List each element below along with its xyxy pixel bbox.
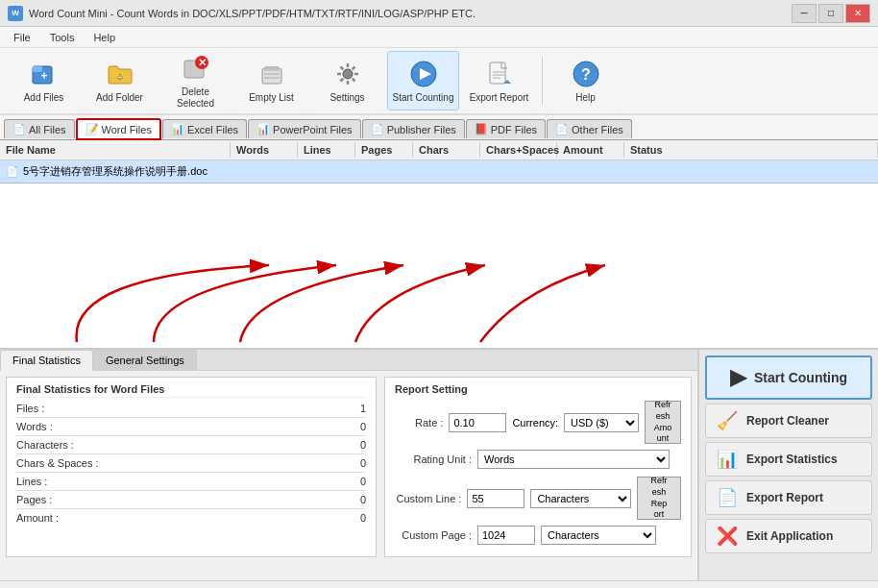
stat-label-lines: Lines : bbox=[16, 476, 51, 487]
col-header-charspaces: Chars+Spaces bbox=[480, 142, 557, 158]
custom-line-unit-select[interactable]: Characters Words bbox=[530, 489, 631, 508]
custom-page-input[interactable] bbox=[477, 526, 535, 545]
currency-label: Currency: bbox=[512, 417, 558, 429]
tab-word-files[interactable]: 📝 Word Files bbox=[76, 118, 161, 140]
start-counting-toolbar-icon bbox=[408, 59, 439, 89]
exit-application-label: Exit Application bbox=[746, 529, 833, 543]
menubar: File Tools Help bbox=[0, 27, 878, 48]
start-counting-icon: ▶ bbox=[730, 365, 746, 390]
minimize-button[interactable]: ─ bbox=[792, 4, 817, 23]
start-counting-toolbar-label: Start Counting bbox=[393, 92, 454, 104]
add-files-button[interactable]: + Add Files bbox=[8, 51, 80, 110]
rating-unit-select[interactable]: Words Characters Lines Pages bbox=[477, 450, 670, 469]
report-settings-box: Report Setting Rate : Currency: USD ($) … bbox=[384, 377, 692, 557]
other-files-icon: 📄 bbox=[555, 123, 569, 135]
stat-separator-2 bbox=[16, 435, 366, 436]
add-folder-button[interactable]: + Add Folder bbox=[84, 51, 156, 110]
powerpoint-files-icon: 📊 bbox=[256, 123, 270, 135]
titlebar: W Word Count Mini - Count Words in DOC/X… bbox=[0, 0, 878, 27]
col-header-filename: File Name bbox=[0, 142, 231, 158]
stat-separator-5 bbox=[16, 490, 366, 491]
cell-filename: 📄5号字进销存管理系统操作说明手册.doc bbox=[0, 162, 231, 181]
tab-other-files[interactable]: 📄 Other Files bbox=[547, 119, 632, 138]
close-button[interactable]: ✕ bbox=[845, 4, 870, 23]
table-row[interactable]: 📄5号字进销存管理系统操作说明手册.doc bbox=[0, 160, 878, 184]
col-header-status: Status bbox=[624, 142, 878, 158]
tab-excel-files[interactable]: 📊 Excel Files bbox=[162, 119, 247, 138]
tab-final-statistics[interactable]: Final Statistics bbox=[0, 350, 93, 371]
cell-amount bbox=[557, 170, 624, 174]
statusbar: Idle! bbox=[0, 580, 878, 588]
report-row-custom-page: Custom Page : Characters Words bbox=[395, 526, 681, 545]
delete-selected-button[interactable]: ✕ Delete Selected bbox=[159, 51, 232, 110]
stat-separator bbox=[16, 417, 366, 418]
tab-publisher-files[interactable]: 📄 Publisher Files bbox=[362, 119, 465, 138]
col-header-amount: Amount bbox=[557, 142, 624, 158]
exit-application-button[interactable]: ❌ Exit Application bbox=[705, 519, 872, 553]
stat-row-amount: Amount : 0 bbox=[16, 511, 366, 525]
export-report-icon: 📄 bbox=[716, 487, 739, 508]
add-folder-icon: + bbox=[105, 59, 135, 89]
start-counting-button[interactable]: ▶ Start Counting bbox=[705, 355, 872, 400]
cell-chars bbox=[413, 170, 480, 174]
stat-value-chars-spaces: 0 bbox=[360, 457, 366, 469]
empty-list-label: Empty List bbox=[249, 92, 294, 104]
stat-row-files: Files : 1 bbox=[16, 402, 366, 415]
report-row-custom-line: Custom Line : Characters Words RefreshRe… bbox=[395, 477, 681, 520]
empty-list-icon bbox=[256, 59, 287, 89]
empty-list-button[interactable]: Empty List bbox=[235, 51, 307, 110]
custom-line-input[interactable] bbox=[467, 489, 524, 508]
stat-label-characters: Characters : bbox=[16, 439, 78, 451]
help-label: Help bbox=[575, 92, 596, 104]
export-report-toolbar-button[interactable]: Export Report bbox=[463, 51, 535, 110]
rate-input[interactable] bbox=[449, 413, 506, 432]
report-cleaner-button[interactable]: 🧹 Report Cleaner bbox=[705, 404, 872, 438]
export-report-button[interactable]: 📄 Export Report bbox=[705, 480, 872, 515]
word-files-icon: 📝 bbox=[85, 123, 99, 135]
report-custom-line-label: Custom Line : bbox=[395, 493, 461, 504]
tab-powerpoint-files[interactable]: 📊 PowerPoint Files bbox=[248, 119, 361, 138]
main-content: File Name Words Lines Pages Chars Chars+… bbox=[0, 140, 878, 350]
svg-text:?: ? bbox=[581, 66, 591, 83]
tab-general-settings[interactable]: General Settings bbox=[93, 350, 197, 371]
exit-application-icon: ❌ bbox=[716, 526, 739, 547]
stat-label-files: Files : bbox=[16, 403, 48, 414]
currency-select[interactable]: USD ($) EUR (€) GBP (£) bbox=[564, 413, 639, 432]
export-report-toolbar-label: Export Report bbox=[470, 92, 529, 104]
svg-line-13 bbox=[340, 66, 343, 69]
tab-other-files-label: Other Files bbox=[572, 124, 623, 135]
file-list-area: File Name Words Lines Pages Chars Chars+… bbox=[0, 140, 878, 348]
menu-file[interactable]: File bbox=[6, 30, 38, 45]
menu-tools[interactable]: Tools bbox=[42, 30, 83, 45]
stat-label-chars-spaces: Chars & Spaces : bbox=[16, 457, 103, 469]
svg-point-8 bbox=[343, 69, 353, 79]
stat-row-pages: Pages : 0 bbox=[16, 493, 366, 506]
report-rating-unit-label: Rating Unit : bbox=[395, 453, 472, 465]
tab-excel-files-label: Excel Files bbox=[187, 124, 238, 135]
stat-row-chars-spaces: Chars & Spaces : 0 bbox=[16, 456, 366, 470]
export-report-label: Export Report bbox=[746, 491, 823, 504]
refresh-report-button[interactable]: RefreshReport bbox=[637, 477, 681, 520]
tab-pdf-files[interactable]: 📕 PDF Files bbox=[466, 119, 546, 138]
menu-help[interactable]: Help bbox=[85, 30, 123, 45]
stat-label-amount: Amount : bbox=[16, 512, 62, 524]
help-button[interactable]: ? Help bbox=[549, 51, 622, 110]
stat-value-files: 1 bbox=[360, 403, 366, 414]
left-panel: Final Statistics General Settings Final … bbox=[0, 350, 697, 580]
custom-page-unit-select[interactable]: Characters Words bbox=[541, 526, 656, 545]
bottom-section: Final Statistics General Settings Final … bbox=[0, 350, 878, 580]
start-counting-toolbar-button[interactable]: Start Counting bbox=[387, 51, 459, 110]
svg-line-15 bbox=[352, 66, 354, 69]
stat-value-amount: 0 bbox=[360, 512, 366, 524]
add-folder-label: Add Folder bbox=[96, 92, 143, 104]
report-cleaner-icon: 🧹 bbox=[716, 410, 739, 431]
refresh-amount-button[interactable]: RefreshAmount bbox=[645, 401, 681, 444]
tab-word-files-label: Word Files bbox=[102, 124, 152, 135]
maximize-button[interactable]: □ bbox=[818, 4, 843, 23]
settings-button[interactable]: Settings bbox=[311, 51, 383, 110]
tab-all-files[interactable]: 📄 All Files bbox=[4, 119, 75, 138]
toolbar: + Add Files + Add Folder ✕ Delete Select… bbox=[0, 48, 878, 115]
export-report-toolbar-icon bbox=[484, 59, 515, 89]
export-statistics-button[interactable]: 📊 Export Statistics bbox=[705, 442, 872, 477]
col-header-pages: Pages bbox=[355, 142, 413, 158]
